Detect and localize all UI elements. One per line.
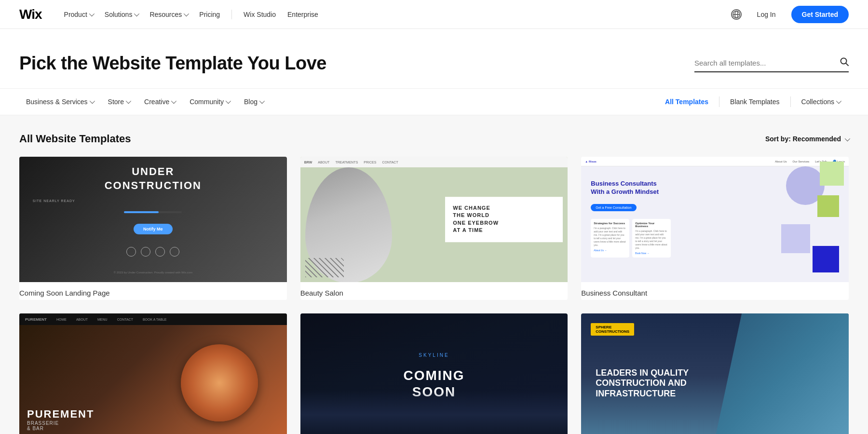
template-card-construction[interactable]: SPHERECONSTRUCTIONS LEADERS IN QUALITY C… — [581, 313, 849, 434]
edit-button-restaurant[interactable]: Edit — [157, 368, 189, 385]
section-header: All Website Templates Sort by: Recommend… — [19, 133, 849, 145]
get-started-button[interactable]: Get Started — [791, 6, 849, 23]
edit-button-coming-soon[interactable]: Edit — [157, 211, 189, 228]
template-card-beauty-salon[interactable]: BRW ABOUT TREATMENTS PRICES CONTACT WE C… — [300, 157, 568, 300]
svg-point-0 — [733, 11, 740, 18]
resources-chevron-icon — [184, 11, 189, 16]
nav-enterprise[interactable]: Enterprise — [283, 8, 323, 21]
svg-line-4 — [846, 63, 848, 66]
template-card-coming-soon-2[interactable]: Skyline COMINGSOON View Edit Coming Soon… — [300, 313, 568, 434]
navbar-right: Log In Get Started — [731, 6, 849, 23]
search-bar — [694, 54, 849, 72]
community-chevron-icon — [226, 98, 231, 104]
card-thumb-construction: SPHERECONSTRUCTIONS LEADERS IN QUALITY C… — [581, 313, 849, 434]
product-chevron-icon — [89, 11, 95, 16]
creative-chevron-icon — [171, 98, 176, 104]
card-name-consultant: Business Consultant — [581, 289, 849, 297]
sort-chevron-icon — [845, 136, 850, 141]
section-title: All Website Templates — [19, 133, 131, 145]
cat-community[interactable]: Community — [183, 94, 236, 109]
card-name-coming-soon: Coming Soon Landing Page — [19, 289, 287, 297]
login-button[interactable]: Log In — [748, 7, 785, 22]
store-chevron-icon — [126, 98, 131, 104]
edit-button-coming-soon-2[interactable]: Edit — [438, 368, 469, 385]
navbar: Wix Product Solutions Resources Pricing … — [0, 0, 868, 29]
nav-solutions[interactable]: Solutions — [100, 8, 143, 21]
templates-grid: UNDERCONSTRUCTION SITE NEARLY READY Noti… — [19, 157, 849, 434]
template-card-coming-soon[interactable]: UNDERCONSTRUCTION SITE NEARLY READY Noti… — [19, 157, 287, 300]
nav-pricing[interactable]: Pricing — [194, 8, 225, 21]
cat-blank-templates[interactable]: Blank Templates — [721, 94, 788, 109]
cat-nav-left: Business & Services Store Creative Commu… — [19, 94, 656, 109]
cat-all-templates[interactable]: All Templates — [656, 94, 717, 109]
hero-section: Pick the Website Template You Love — [0, 29, 868, 88]
card-info-coming-soon: Coming Soon Landing Page — [19, 282, 287, 300]
navbar-links: Product Solutions Resources Pricing Wix … — [59, 8, 731, 21]
blog-chevron-icon — [259, 98, 265, 104]
card-thumb-coming-soon: UNDERCONSTRUCTION SITE NEARLY READY Noti… — [19, 157, 287, 282]
sort-label[interactable]: Sort by: Recommended — [765, 135, 849, 143]
nav-wixstudio[interactable]: Wix Studio — [239, 8, 281, 21]
restaurant-subtitle: BRASSERIE& BAR — [27, 420, 94, 431]
collections-chevron-icon — [836, 98, 841, 104]
search-icon[interactable] — [840, 57, 849, 68]
category-nav: Business & Services Store Creative Commu… — [0, 88, 868, 115]
search-input[interactable] — [694, 59, 840, 67]
svg-point-1 — [735, 11, 738, 18]
nav-product[interactable]: Product — [59, 8, 98, 21]
cat-right-divider2 — [790, 96, 791, 107]
view-button-consultant[interactable]: View — [680, 211, 713, 228]
card-info-beauty: Beauty Salon — [300, 282, 568, 300]
view-button-restaurant[interactable]: View — [118, 368, 151, 385]
card-thumb-coming-soon-2: Skyline COMINGSOON View Edit — [300, 313, 568, 434]
hero-title: Pick the Website Template You Love — [19, 53, 326, 74]
cat-blog[interactable]: Blog — [237, 94, 270, 109]
card-name-beauty: Beauty Salon — [300, 289, 568, 297]
main-content: All Website Templates Sort by: Recommend… — [0, 115, 868, 434]
card-thumb-beauty-salon: BRW ABOUT TREATMENTS PRICES CONTACT WE C… — [300, 157, 568, 282]
cat-nav-right: All Templates Blank Templates Collection… — [656, 94, 849, 109]
nav-resources[interactable]: Resources — [145, 8, 192, 21]
cat-creative[interactable]: Creative — [137, 94, 182, 109]
edit-button-consultant[interactable]: Edit — [719, 211, 750, 228]
cat-business-services[interactable]: Business & Services — [19, 94, 100, 109]
business-chevron-icon — [89, 98, 95, 104]
edit-button-beauty[interactable]: Edit — [438, 211, 469, 228]
wix-logo[interactable]: Wix — [19, 7, 42, 22]
restaurant-title: PUREMENT — [27, 408, 94, 420]
view-button-construction[interactable]: View — [680, 368, 713, 385]
card-info-consultant: Business Consultant — [581, 282, 849, 300]
cat-store[interactable]: Store — [101, 94, 136, 109]
card-thumb-consultant: ▲ Risas About Us Our Services Let's Talk… — [581, 157, 849, 282]
language-globe-icon[interactable] — [731, 9, 742, 20]
template-card-restaurant[interactable]: PUREMENT HOME ABOUT MENU CONTACT BOOK A … — [19, 313, 287, 434]
card-thumb-restaurant: PUREMENT HOME ABOUT MENU CONTACT BOOK A … — [19, 313, 287, 434]
solutions-chevron-icon — [134, 11, 139, 16]
edit-button-construction[interactable]: Edit — [719, 368, 750, 385]
view-button-coming-soon[interactable]: View — [118, 211, 151, 228]
template-card-business-consultant[interactable]: ▲ Risas About Us Our Services Let's Talk… — [581, 157, 849, 300]
view-button-coming-soon-2[interactable]: View — [399, 368, 432, 385]
nav-divider — [231, 10, 232, 19]
cat-right-divider1 — [719, 96, 719, 107]
view-button-beauty[interactable]: View — [399, 211, 432, 228]
cat-collections[interactable]: Collections — [793, 94, 849, 109]
